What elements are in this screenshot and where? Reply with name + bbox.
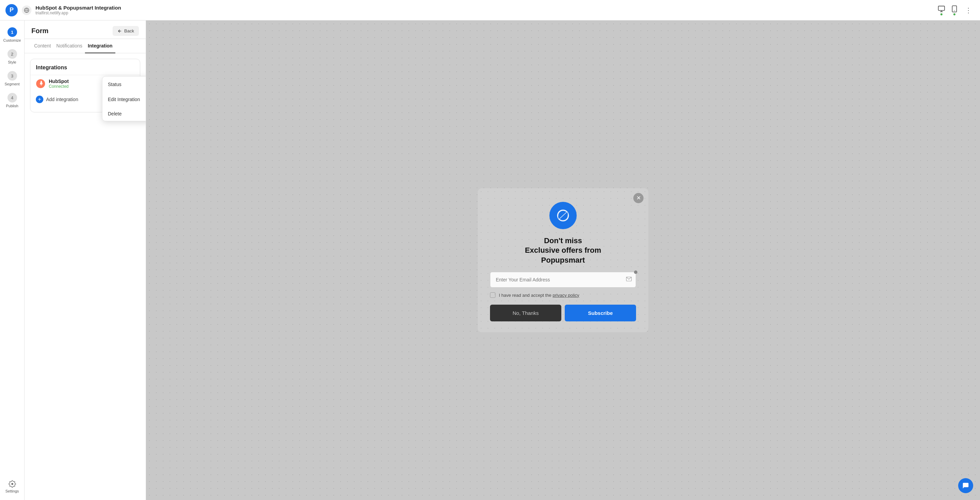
integrations-card: Integrations HubSpot Connected ⋮ (30, 59, 140, 112)
topbar-title: HubSpot & Popupsmart Integration trialfi… (35, 5, 490, 15)
integration-item-left: HubSpot Connected (36, 78, 68, 89)
back-button[interactable]: Back (113, 26, 139, 36)
integration-connected-status: Connected (49, 84, 68, 89)
sidebar-item-customize[interactable]: 1 Customize (2, 25, 23, 45)
dropdown-edit-item[interactable]: Edit Integration (102, 92, 146, 107)
back-label: Back (124, 28, 134, 34)
panel-tabs: Content Notifications Integration (25, 39, 146, 53)
step-3-number: 3 (8, 71, 17, 81)
sidebar-item-segment[interactable]: 3 Segment (2, 68, 23, 89)
site-url: trialfirst.netlify.app (35, 11, 490, 15)
svg-point-6 (41, 85, 41, 85)
canvas: ✕ Don't miss Exclusive offers from Popup… (146, 21, 490, 250)
sidebar-item-publish[interactable]: 4 Publish (2, 90, 23, 111)
dropdown-status-label: Status (108, 81, 121, 87)
step-3-label: Segment (5, 82, 19, 86)
sidebar-item-style[interactable]: 2 Style (2, 46, 23, 67)
dropdown-edit-label: Edit Integration (108, 97, 140, 102)
tab-content[interactable]: Content (32, 39, 54, 53)
site-title: HubSpot & Popupsmart Integration (35, 5, 490, 11)
step-2-number: 2 (8, 49, 17, 59)
popup-preview: ✕ Don't miss Exclusive offers from Popup… (478, 188, 490, 250)
add-integration-label: Add integration (46, 97, 78, 102)
step-1-label: Customize (3, 38, 21, 42)
panel-title: Form (32, 27, 48, 35)
panel: Form Back Content Notifications Integrat… (25, 21, 146, 250)
panel-header: Form Back (25, 21, 146, 39)
dropdown-status-item[interactable]: Status (102, 77, 146, 92)
tab-integration[interactable]: Integration (85, 39, 115, 53)
tab-notifications[interactable]: Notifications (54, 39, 85, 53)
step-4-number: 4 (8, 93, 17, 102)
app-logo[interactable]: P (5, 4, 18, 16)
step-1-number: 1 (8, 27, 17, 37)
add-icon: + (36, 96, 43, 103)
topbar: P HubSpot & Popupsmart Integration trial… (0, 0, 490, 21)
sidebar: 1 Customize 2 Style 3 Segment 4 Publish … (0, 21, 25, 250)
dropdown-delete-item[interactable]: Delete (102, 107, 146, 121)
integrations-title: Integrations (30, 65, 140, 75)
integration-name: HubSpot (49, 78, 68, 84)
step-2-label: Style (8, 60, 16, 64)
hubspot-logo-icon (36, 79, 45, 88)
integration-dropdown-menu: Status Edit Integration Delete (102, 76, 146, 121)
site-icon (22, 5, 32, 15)
step-4-label: Publish (6, 104, 18, 108)
dropdown-delete-label: Delete (108, 111, 121, 117)
